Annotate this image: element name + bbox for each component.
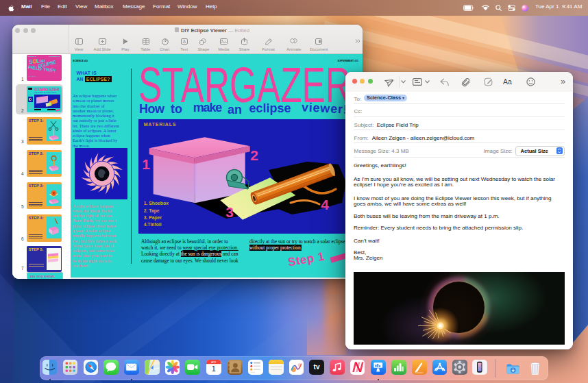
svg-text:A: A [183, 39, 186, 44]
svg-text:APR: APR [212, 361, 217, 364]
svg-text:1: 1 [212, 365, 216, 373]
